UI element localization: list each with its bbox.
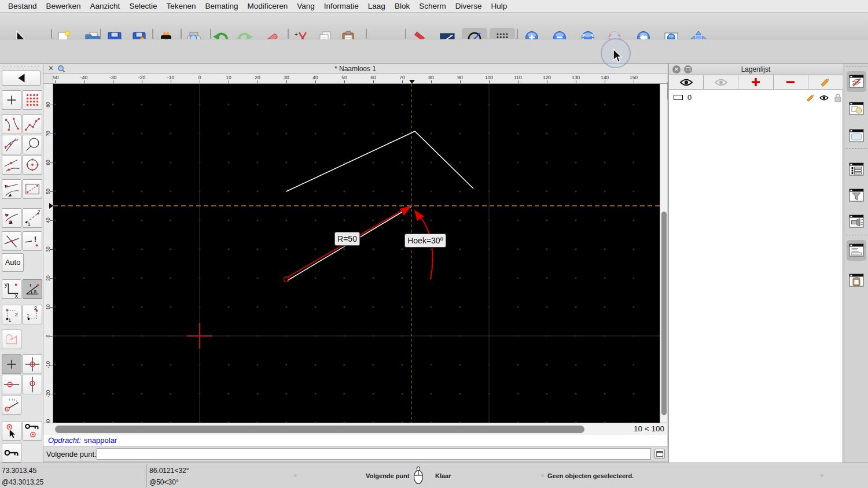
snap-single-button[interactable]: !: [23, 231, 42, 251]
shape-recognition-button[interactable]: [2, 330, 21, 349]
command-prompt-label: Opdracht:: [48, 436, 81, 445]
vruler-tick: [50, 336, 53, 337]
document-tab-bar: ✕ * Naamloos 1: [43, 64, 667, 74]
coord-relative2-button[interactable]: 12: [23, 305, 42, 324]
panel-filter-icon[interactable]: [847, 185, 866, 206]
show-all-layers-button[interactable]: [669, 75, 704, 89]
snap-perpendicular-button[interactable]: [2, 179, 21, 199]
layer-lock-icon[interactable]: [833, 93, 843, 102]
svg-text:2: 2: [15, 311, 18, 317]
snap-polyline-button[interactable]: [23, 114, 42, 134]
svg-text:+: +: [295, 31, 298, 38]
drawing-canvas[interactable]: R=50 Hoek=30º: [53, 84, 660, 423]
menu-scherm[interactable]: Scherm: [419, 2, 446, 10]
snap-cross-button[interactable]: [2, 231, 21, 251]
angle-tooltip: Hoek=30º: [404, 234, 446, 247]
menu-bestand[interactable]: Bestand: [8, 2, 37, 10]
snap-point-button[interactable]: [2, 90, 21, 110]
menu-tekenen[interactable]: Tekenen: [166, 2, 196, 10]
panel-clipboard-icon[interactable]: [847, 270, 866, 291]
snap-divide-button[interactable]: 12: [23, 208, 42, 228]
keypad-button[interactable]: [654, 449, 665, 459]
cursor-horizontal-button[interactable]: [2, 375, 21, 394]
svg-text:!: !: [34, 235, 36, 243]
radius-tooltip: R=50: [334, 232, 360, 246]
snap-circle-button[interactable]: [23, 135, 42, 154]
panel-properties-icon[interactable]: [847, 125, 866, 146]
hruler-tick: [373, 80, 374, 83]
hruler-label: 30: [278, 75, 295, 80]
coord-polar-button[interactable]: ra: [23, 279, 42, 299]
snap-back-button[interactable]: [2, 71, 41, 86]
hruler-tick: [84, 80, 84, 83]
vruler-tick: [50, 220, 53, 221]
vruler-tick: [50, 134, 53, 134]
hruler-label: 120: [538, 75, 556, 80]
svg-text:2: 2: [34, 305, 37, 311]
panel-layers-icon[interactable]: [847, 71, 866, 92]
hruler-tick: [489, 80, 490, 83]
layer-edit-icon[interactable]: [806, 93, 815, 102]
snap-nearest-button[interactable]: [2, 208, 21, 228]
menu-aanzicht[interactable]: Aanzicht: [90, 2, 120, 10]
panel-list-icon[interactable]: [847, 159, 866, 180]
panel-objects-icon[interactable]: [847, 98, 866, 119]
snap-center-button[interactable]: [23, 155, 42, 175]
menu-selectie[interactable]: Selectie: [129, 2, 157, 10]
coord-relative1-button[interactable]: 12: [2, 305, 21, 324]
lock-key-button[interactable]: [23, 421, 42, 441]
horizontal-scrollbar[interactable]: 10 < 100: [43, 423, 667, 435]
layer-select-box[interactable]: [674, 95, 683, 100]
layer-row[interactable]: 0: [669, 91, 843, 104]
svg-text:r: r: [30, 282, 31, 288]
horizontal-scrollbar-thumb[interactable]: [55, 426, 584, 433]
menu-bemating[interactable]: Bemating: [205, 2, 238, 10]
snap-grid-button[interactable]: [23, 90, 42, 110]
remove-layer-button[interactable]: [774, 75, 808, 89]
strip-handle[interactable]: [845, 66, 867, 68]
strip-separator: [845, 147, 867, 149]
lock-tool-button[interactable]: [2, 443, 21, 463]
snap-auto-button[interactable]: Auto: [2, 253, 24, 272]
menu-laag[interactable]: Laag: [368, 2, 385, 10]
hruler-label: 110: [509, 75, 527, 80]
hruler-tick: [460, 80, 461, 83]
vruler-tick: [50, 394, 53, 394]
add-layer-button[interactable]: [738, 75, 773, 89]
cursor-crosshair-button[interactable]: [23, 354, 42, 374]
menu-diverse[interactable]: Diverse: [455, 2, 482, 10]
snap-tangent-button[interactable]: [2, 155, 21, 175]
mouse-left-hint: Volgende punt: [366, 472, 410, 479]
panel-command-icon[interactable]: [847, 240, 866, 261]
cursor-vertical-button[interactable]: [23, 375, 42, 394]
ruler-corner: [43, 74, 53, 84]
menu-blok[interactable]: Blok: [395, 2, 410, 10]
menu-modificeren[interactable]: Modificeren: [248, 2, 288, 10]
menu-bewerken[interactable]: Bewerken: [46, 2, 81, 10]
hruler-label: 10: [220, 75, 237, 80]
menu-hulp[interactable]: Hulp: [491, 2, 507, 10]
menu-vang[interactable]: Vang: [297, 2, 315, 10]
mouse-icon: [413, 466, 424, 485]
edit-layer-button[interactable]: [808, 75, 843, 89]
lock-pick-button[interactable]: [2, 421, 21, 441]
status-polar-relative: @50<30°: [149, 478, 179, 486]
layers-panel-header: ✕ ❒ Lagenlijst: [669, 64, 843, 75]
next-point-input[interactable]: [97, 448, 651, 460]
hruler-label: 50: [336, 75, 353, 80]
menu-informatie[interactable]: Informatie: [324, 2, 359, 10]
snap-region-button[interactable]: [23, 179, 42, 199]
hruler-label: 70: [393, 75, 411, 80]
cursor-plus-button[interactable]: [2, 354, 21, 374]
coord-cartesian-button[interactable]: yx: [2, 279, 21, 299]
vertical-scrollbar[interactable]: [660, 84, 667, 423]
cursor-protractor-button[interactable]: [2, 395, 21, 415]
hide-all-layers-button[interactable]: [704, 75, 738, 89]
layer-visibility-icon[interactable]: [819, 93, 829, 102]
panel-tools-icon[interactable]: [847, 211, 866, 232]
vertical-scrollbar-thumb[interactable]: [661, 212, 667, 415]
command-echo-bar: Opdracht:snappolar: [43, 435, 667, 446]
sidebar-handle[interactable]: [2, 65, 41, 67]
snap-curve-ends-button[interactable]: [2, 114, 21, 134]
snap-intersection-button[interactable]: [2, 135, 21, 154]
